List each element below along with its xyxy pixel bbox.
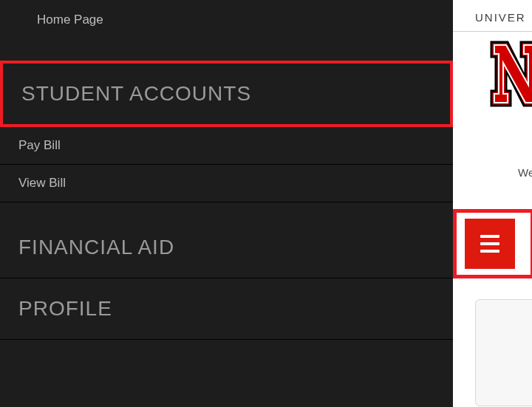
nav-pay-bill-label: Pay Bill [18,138,61,152]
nav-section-profile-label: Profile [18,297,112,320]
hamburger-icon [480,250,499,253]
university-label: UNIVER [475,11,526,24]
nav-view-bill[interactable]: View Bill [0,165,453,202]
hamburger-highlight-box [453,209,532,278]
nav-pay-bill[interactable]: Pay Bill [0,127,453,165]
university-header-text: UNIVER [475,11,526,24]
welcome-fragment: We [518,166,532,179]
header-divider [453,31,532,32]
nav-view-bill-label: View Bill [18,176,66,190]
nav-section-financial-aid[interactable]: Financial Aid [0,217,453,278]
nav-section-profile[interactable]: Profile [0,278,453,340]
welcome-text: We [518,166,532,179]
nav-section-student-accounts[interactable]: Student Accounts [0,61,453,127]
hamburger-icon [480,242,499,245]
menu-toggle-button[interactable] [465,219,515,269]
content-card [475,299,532,406]
nebraska-logo [490,41,532,110]
nav-home-label: Home Page [37,13,103,27]
nav-home-page[interactable]: Home Page [0,0,453,38]
nav-section-financial-aid-label: Financial Aid [18,236,174,259]
n-logo-icon [490,41,532,107]
main-content: UNIVER We [453,0,532,407]
nav-section-student-accounts-label: Student Accounts [21,82,251,105]
spacer [0,38,453,61]
hamburger-icon [480,235,499,238]
sidebar-menu: Home Page Student Accounts Pay Bill View… [0,0,453,407]
